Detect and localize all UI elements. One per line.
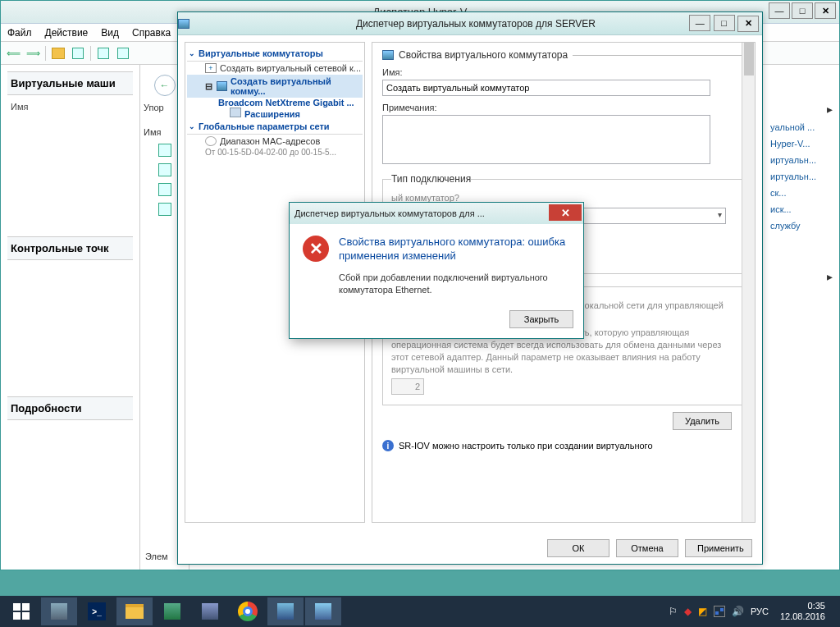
toolbar-help-button[interactable] — [114, 44, 132, 62]
vm-name-column[interactable]: Имя — [7, 100, 133, 113]
error-icon: ✕ — [303, 236, 329, 262]
back-nav-button[interactable]: ← — [154, 75, 176, 96]
tray-network-icon[interactable] — [714, 606, 725, 617]
start-button[interactable] — [3, 597, 39, 625]
tree-nic-item[interactable]: Broadcom NetXtreme Gigabit ... — [187, 98, 363, 108]
vsm-minimize-button[interactable]: — — [689, 15, 710, 31]
taskbar-chrome[interactable] — [230, 597, 266, 625]
menu-help[interactable]: Справка — [132, 27, 171, 39]
toolbar-forward-button[interactable]: ⟹ — [24, 44, 42, 62]
tree-header-switches[interactable]: ⌄Виртуальные коммутаторы — [187, 46, 363, 62]
mid-icon-2[interactable] — [158, 163, 171, 176]
tray-flag-icon[interactable]: ⚐ — [669, 606, 678, 617]
props-section-title: Свойства виртуального коммутатора — [382, 49, 745, 61]
menu-file[interactable]: Файл — [7, 27, 32, 39]
left-panel: Виртуальные маши Имя Контрольные точк По… — [1, 65, 140, 570]
sriov-info-row: i SR-IOV можно настроить только при созд… — [382, 440, 745, 451]
vsm-title-icon — [178, 19, 189, 29]
menu-action[interactable]: Действие — [45, 27, 89, 39]
connection-legend: Тип подключения — [391, 173, 471, 185]
taskbar-app-2[interactable] — [192, 597, 228, 625]
tray-clock[interactable]: 0:35 12.08.2016 — [775, 601, 830, 622]
main-close-button[interactable]: ✕ — [815, 2, 836, 19]
toolbar-folder-button[interactable] — [49, 44, 67, 62]
action-item[interactable]: ск... — [769, 185, 834, 201]
elements-label: Элем — [145, 551, 168, 561]
error-dialog: Диспетчер виртуальных коммутаторов для .… — [289, 202, 584, 339]
actions-arrow-bottom[interactable]: ▸ — [769, 267, 834, 286]
switch-name-input[interactable] — [382, 80, 710, 96]
tree-mac-range[interactable]: Диапазон MAC-адресов — [187, 135, 363, 148]
tray-app-icon[interactable]: ◩ — [698, 606, 707, 617]
vm-panel-header: Виртуальные маши — [7, 71, 133, 95]
taskbar-server-manager[interactable] — [41, 597, 77, 625]
vsm-maximize-button[interactable]: □ — [714, 15, 735, 31]
toolbar-back-button[interactable]: ⟸ — [4, 44, 22, 62]
props-scrollbar[interactable] — [742, 43, 755, 522]
toolbar-properties-button[interactable] — [69, 44, 87, 62]
tree-mac-range-value: От 00-15-5D-04-02-00 до 00-15-5... — [187, 148, 363, 157]
menu-view[interactable]: Вид — [101, 27, 119, 39]
system-tray[interactable]: ⚐ ◆ ◩ 🔊 РУС 0:35 12.08.2016 — [669, 601, 837, 622]
error-close-button[interactable]: Закрыть — [509, 310, 573, 328]
taskbar-explorer[interactable] — [116, 597, 153, 625]
details-panel-header: Подробности — [7, 396, 133, 420]
notes-label: Примечания: — [382, 103, 745, 112]
info-icon: i — [382, 440, 394, 451]
action-item[interactable]: иртуальн... — [769, 168, 834, 185]
taskbar-hyperv[interactable] — [267, 597, 304, 625]
taskbar-vsm[interactable] — [305, 597, 341, 625]
error-message: Сбой при добавлении подключений виртуаль… — [339, 272, 570, 296]
tree-create-switch[interactable]: Создать виртуальный сетевой к... — [187, 62, 363, 75]
toolbar-view-button[interactable] — [94, 44, 112, 62]
tray-language[interactable]: РУС — [751, 606, 769, 616]
taskbar: >_ ⚐ ◆ ◩ 🔊 РУС 0:35 12.08.2016 — [0, 596, 840, 627]
error-title: Диспетчер виртуальных коммутаторов для .… — [294, 208, 578, 218]
vsm-title: Диспетчер виртуальных коммутаторов для S… — [189, 18, 762, 30]
error-titlebar-close-button[interactable]: ✕ — [549, 204, 582, 221]
mid-icon-3[interactable] — [158, 183, 171, 196]
vlan-id-input[interactable] — [391, 378, 424, 395]
taskbar-app-1[interactable] — [154, 597, 190, 625]
action-item[interactable]: иртуальн... — [769, 152, 834, 168]
actions-panel: ▸ уальной ... Hyper-V... иртуальн... ирт… — [769, 99, 834, 286]
vsm-titlebar: Диспетчер виртуальных коммутаторов для S… — [178, 12, 762, 35]
mid-icon-1[interactable] — [158, 144, 171, 157]
action-item[interactable]: Hyper-V... — [769, 135, 834, 152]
main-maximize-button[interactable]: □ — [792, 2, 813, 19]
action-item[interactable]: службу — [769, 217, 834, 234]
name-label: Имя: — [382, 67, 745, 77]
taskbar-powershell[interactable]: >_ — [79, 597, 115, 625]
error-heading: Свойства виртуального коммутатора: ошибк… — [339, 236, 570, 263]
cancel-button[interactable]: Отмена — [616, 539, 678, 557]
tray-shield-icon[interactable]: ◆ — [684, 606, 692, 617]
switch-icon — [382, 50, 394, 60]
checkpoints-panel-header: Контрольные точк — [7, 236, 133, 260]
mid-icon-4[interactable] — [158, 203, 171, 216]
tree-header-global[interactable]: ⌄Глобальные параметры сети — [187, 119, 363, 135]
vsm-close-button[interactable]: ✕ — [737, 16, 759, 32]
action-item[interactable]: уальной ... — [769, 119, 834, 135]
tree-extensions-item[interactable]: Расширения — [187, 108, 363, 119]
error-titlebar[interactable]: Диспетчер виртуальных коммутаторов для .… — [290, 203, 583, 224]
apply-button[interactable]: Применить — [685, 539, 752, 557]
action-item[interactable]: иск... — [769, 201, 834, 217]
actions-arrow-top[interactable]: ▸ — [769, 99, 834, 119]
tray-volume-icon[interactable]: 🔊 — [732, 606, 744, 617]
delete-switch-button[interactable]: Удалить — [673, 412, 732, 430]
tree-switch-selected[interactable]: ⊟Создать виртуальный комму... — [187, 75, 363, 98]
ok-button[interactable]: ОК — [547, 539, 609, 557]
main-minimize-button[interactable]: — — [769, 2, 790, 19]
switch-notes-textarea[interactable] — [382, 115, 710, 164]
